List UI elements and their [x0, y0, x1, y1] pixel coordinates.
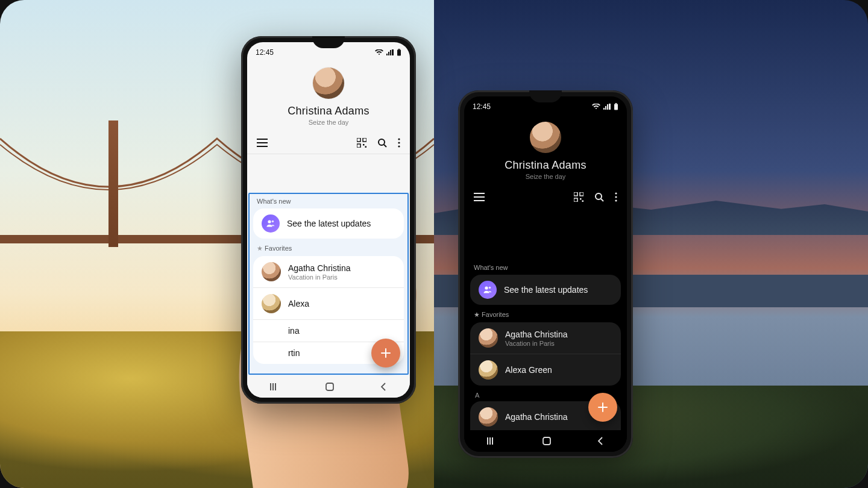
more-icon[interactable]	[615, 192, 617, 202]
screen-dark: 12:45 Christina Adams Seize the day	[464, 96, 627, 452]
svg-rect-3	[363, 138, 366, 142]
svg-rect-5	[363, 144, 365, 146]
more-icon[interactable]	[398, 138, 400, 148]
back-icon[interactable]	[380, 383, 387, 391]
contact-name-partial: ina	[288, 326, 300, 336]
svg-rect-15	[615, 103, 617, 104]
svg-point-8	[398, 138, 400, 140]
contact-name: Agatha Christina	[288, 263, 351, 273]
qr-icon[interactable]	[574, 192, 583, 202]
add-contact-fab[interactable]	[588, 393, 617, 422]
contact-row[interactable]: ina	[253, 319, 404, 342]
back-icon[interactable]	[597, 437, 604, 445]
profile-tagline: Seize the day	[309, 119, 349, 126]
wifi-icon	[592, 104, 600, 110]
svg-rect-2	[357, 138, 360, 142]
svg-point-10	[398, 145, 400, 147]
updates-text: See the latest updates	[287, 219, 395, 228]
contact-row[interactable]: Agatha ChristinaVacation in Paris	[253, 256, 404, 287]
profile-avatar[interactable]	[313, 67, 344, 99]
svg-rect-14	[614, 104, 618, 110]
add-contact-fab[interactable]	[371, 339, 400, 368]
favorites-card: Agatha ChristinaVacation in Paris Alexa …	[470, 322, 621, 386]
android-navbar	[464, 430, 627, 452]
toolbar	[464, 189, 627, 208]
plus-icon	[380, 347, 392, 359]
contact-name: Agatha Christina	[505, 330, 568, 339]
svg-rect-18	[574, 198, 577, 202]
svg-rect-27	[543, 437, 550, 445]
updates-icon	[262, 214, 280, 233]
favorites-label: ★ Favorites	[247, 239, 410, 256]
plus-icon	[597, 401, 609, 413]
svg-rect-19	[580, 198, 582, 200]
updates-card[interactable]: See the latest updates	[253, 208, 404, 239]
recents-icon[interactable]	[487, 437, 497, 445]
svg-rect-13	[326, 383, 333, 390]
signal-icon	[603, 104, 611, 110]
favorites-label: ★ Favorites	[464, 305, 627, 322]
svg-point-24	[615, 199, 617, 201]
profile-avatar[interactable]	[530, 122, 561, 153]
profile-name: Christina Adams	[288, 105, 370, 117]
svg-point-23	[615, 196, 617, 198]
recents-icon[interactable]	[270, 383, 280, 391]
contact-avatar	[479, 328, 498, 348]
svg-rect-17	[580, 192, 583, 196]
profile-header[interactable]: Christina Adams Seize the day	[247, 60, 410, 134]
clock: 12:45	[256, 48, 274, 57]
profile-name: Christina Adams	[505, 159, 587, 172]
search-icon[interactable]	[377, 138, 387, 148]
search-icon[interactable]	[594, 192, 604, 202]
svg-rect-0	[397, 50, 401, 56]
clock: 12:45	[473, 102, 491, 111]
svg-rect-1	[398, 49, 400, 50]
profile-header[interactable]: Christina Adams Seize the day	[464, 114, 627, 189]
contact-name: Agatha Christina	[505, 412, 568, 422]
svg-rect-6	[365, 146, 367, 148]
home-icon[interactable]	[542, 436, 552, 446]
svg-point-25	[485, 286, 488, 289]
svg-point-21	[596, 193, 602, 199]
contact-row[interactable]: Agatha ChristinaVacation in Paris	[470, 322, 621, 354]
screen-light: 12:45 Christina Adams Seize the day	[247, 42, 410, 398]
contact-avatar	[479, 360, 498, 380]
svg-point-11	[268, 220, 271, 223]
menu-icon[interactable]	[257, 139, 268, 147]
contact-sub: Vacation in Paris	[288, 274, 395, 281]
android-navbar	[247, 376, 410, 398]
background	[0, 0, 868, 488]
whats-new-label: What's new	[247, 192, 410, 208]
svg-point-9	[398, 142, 400, 143]
battery-icon	[614, 103, 618, 110]
contact-sub: Vacation in Paris	[505, 340, 612, 347]
contact-avatar	[262, 294, 281, 313]
updates-text: See the latest updates	[504, 285, 612, 295]
contact-avatar	[479, 407, 498, 427]
contact-avatar	[262, 262, 281, 281]
contact-row[interactable]: Alexa	[253, 287, 404, 319]
contact-name: Alexa Green	[505, 365, 552, 375]
home-icon[interactable]	[325, 382, 335, 392]
svg-rect-16	[574, 192, 577, 196]
contact-name: Alexa	[288, 299, 309, 308]
signal-icon	[386, 49, 394, 55]
updates-icon	[479, 281, 497, 299]
qr-icon[interactable]	[357, 138, 366, 148]
whats-new-label: What's new	[464, 258, 627, 275]
phone-light: 12:45 Christina Adams Seize the day	[241, 36, 416, 404]
camera-notch	[529, 90, 562, 102]
svg-point-26	[489, 287, 491, 289]
svg-rect-4	[357, 144, 360, 148]
camera-notch	[312, 36, 345, 48]
svg-point-7	[379, 139, 385, 145]
svg-point-22	[615, 192, 617, 194]
phone-dark: 12:45 Christina Adams Seize the day	[458, 90, 633, 458]
contact-row[interactable]: Alexa Green	[470, 354, 621, 386]
profile-tagline: Seize the day	[526, 173, 566, 180]
menu-icon[interactable]	[474, 193, 485, 201]
contact-name-partial: rtin	[288, 348, 300, 358]
promo-stage: 12:45 Christina Adams Seize the day	[0, 0, 868, 488]
updates-card[interactable]: See the latest updates	[470, 275, 621, 305]
svg-point-12	[272, 221, 274, 223]
